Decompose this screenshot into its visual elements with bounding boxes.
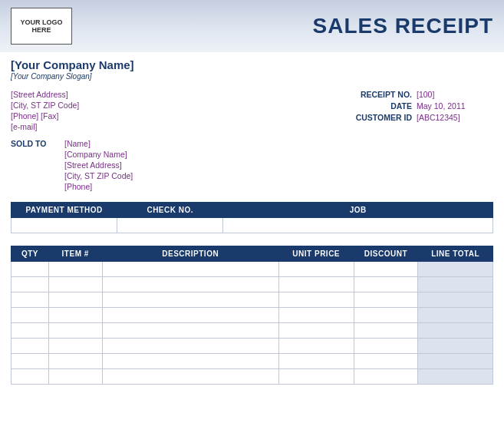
col-item: ITEM # [48,246,102,262]
address-section: [Street Address] [City, ST ZIP Code] [Ph… [11,90,79,131]
row-0-cell-4 [354,262,418,277]
row-5-cell-4 [354,339,418,354]
table-row [12,308,493,323]
row-6-cell-3 [278,354,354,369]
table-row [12,354,493,369]
row-1-cell-4 [354,277,418,292]
payment-table: PAYMENT METHOD CHECK NO. JOB [11,202,493,233]
payment-row [12,218,493,233]
row-2-cell-3 [278,292,354,308]
row-7-cell-3 [278,369,354,385]
sold-phone: [Phone] [64,182,133,191]
row-6-cell-0 [12,354,49,369]
items-table: QTY ITEM # DESCRIPTION UNIT PRICE DISCOU… [11,246,493,385]
row-7-cell-2 [102,369,278,385]
row-0-cell-1 [48,262,102,277]
phone-fax: [Phone] [Fax] [11,111,79,121]
row-1-cell-0 [12,277,49,292]
items-table-wrapper: QTY ITEM # DESCRIPTION UNIT PRICE DISCOU… [0,238,504,385]
city-address: [City, ST ZIP Code] [11,101,79,110]
row-3-cell-0 [12,308,49,323]
col-unit-price: UNIT PRICE [278,246,354,262]
sold-to-label: SOLD TO [11,139,49,191]
table-row [12,292,493,308]
table-row [12,323,493,339]
row-7-cell-0 [12,369,49,385]
email-address: [e-mail] [11,122,79,131]
receipt-title: SALES RECEIPT [313,14,493,38]
check-no-cell [117,218,223,233]
sold-to-section: SOLD TO [Name] [Company Name] [Street Ad… [0,133,504,194]
row-5-cell-2 [102,339,278,354]
row-4-cell-2 [102,323,278,339]
table-row [12,262,493,277]
row-6-cell-5 [418,354,493,369]
logo-box: YOUR LOGO HERE [11,8,72,45]
sold-city: [City, ST ZIP Code] [64,171,133,180]
row-2-cell-2 [102,292,278,308]
row-1-cell-2 [102,277,278,292]
company-section: [Your Company Name] [Your Company Slogan… [0,52,504,88]
row-1-cell-3 [278,277,354,292]
customer-id-row: CUSTOMER ID [ABC12345] [343,113,478,122]
sold-company: [Company Name] [64,150,133,159]
row-3-cell-2 [102,308,278,323]
row-7-cell-4 [354,369,418,385]
table-row [12,339,493,354]
company-slogan: [Your Company Slogan] [11,72,493,81]
row-2-cell-4 [354,292,418,308]
company-name: [Your Company Name] [11,58,493,71]
row-6-cell-1 [48,354,102,369]
receipt-no-value: [100] [417,90,478,99]
street-address: [Street Address] [11,90,79,99]
row-3-cell-4 [354,308,418,323]
col-check-no: CHECK NO. [117,203,223,218]
row-4-cell-4 [354,323,418,339]
row-5-cell-1 [48,339,102,354]
row-5-cell-0 [12,339,49,354]
row-0-cell-5 [418,262,493,277]
row-3-cell-3 [278,308,354,323]
table-row [12,277,493,292]
receipt-no-row: RECEIPT NO. [100] [343,90,478,99]
row-2-cell-0 [12,292,49,308]
table-row [12,369,493,385]
row-7-cell-1 [48,369,102,385]
row-2-cell-5 [418,292,493,308]
row-4-cell-1 [48,323,102,339]
customer-id-value: [ABC12345] [417,113,478,122]
col-description: DESCRIPTION [102,246,278,262]
col-job: JOB [223,203,493,218]
row-6-cell-2 [102,354,278,369]
row-1-cell-5 [418,277,493,292]
date-value: May 10, 2011 [417,101,478,111]
date-label: DATE [343,101,412,111]
row-6-cell-4 [354,354,418,369]
payment-method-cell [12,218,117,233]
row-0-cell-3 [278,262,354,277]
col-line-total: LINE TOTAL [418,246,493,262]
row-4-cell-3 [278,323,354,339]
row-0-cell-0 [12,262,49,277]
sold-name: [Name] [64,139,133,148]
row-4-cell-5 [418,323,493,339]
payment-table-wrapper: PAYMENT METHOD CHECK NO. JOB [0,194,504,233]
col-discount: DISCOUNT [354,246,418,262]
row-2-cell-1 [48,292,102,308]
row-4-cell-0 [12,323,49,339]
row-7-cell-5 [418,369,493,385]
info-row: [Street Address] [City, ST ZIP Code] [Ph… [0,88,504,133]
job-cell [223,218,493,233]
row-0-cell-2 [102,262,278,277]
date-row: DATE May 10, 2011 [343,101,478,111]
logo-text: YOUR LOGO HERE [15,18,68,34]
row-5-cell-3 [278,339,354,354]
row-3-cell-5 [418,308,493,323]
receipt-info-section: RECEIPT NO. [100] DATE May 10, 2011 CUST… [343,90,478,131]
col-payment-method: PAYMENT METHOD [12,203,117,218]
row-5-cell-5 [418,339,493,354]
row-1-cell-1 [48,277,102,292]
customer-id-label: CUSTOMER ID [343,113,412,122]
sold-to-details: [Name] [Company Name] [Street Address] [… [64,139,133,191]
sold-street: [Street Address] [64,160,133,170]
